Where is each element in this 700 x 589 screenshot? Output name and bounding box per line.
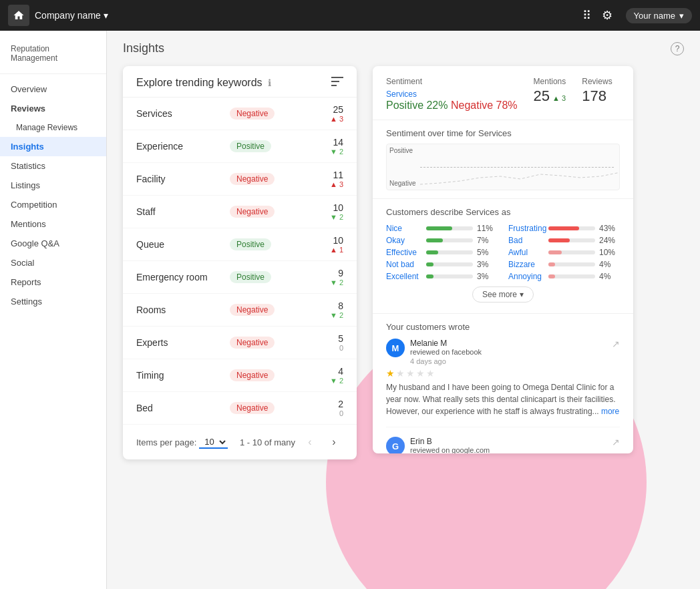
keyword-row-bed[interactable]: Bed Negative 2 0 — [123, 392, 357, 425]
describe-item-okay: Okay 7% — [386, 236, 498, 245]
describe-item-nice: Nice 11% — [386, 224, 498, 233]
describe-item-bad: Bad 24% — [508, 236, 620, 245]
pagination-range: 1 - 10 of many — [240, 437, 295, 447]
describe-item-awful: Awful 10% — [508, 248, 620, 257]
mentions-block: Mentions 25 ▲ 3 — [534, 77, 566, 112]
describe-item-effective: Effective 5% — [386, 248, 498, 257]
sentiment-over-time: Sentiment over time for Services Positiv… — [373, 120, 633, 199]
your-customers-section: Your customers wrote M Melanie M reviewe… — [373, 314, 633, 453]
sidebar-item-manage-reviews[interactable]: Manage Reviews — [0, 118, 106, 137]
keyword-row-staff[interactable]: Staff Negative 10 ▼ 2 — [123, 196, 357, 228]
review-stars-1: ★ ★ ★ ★ ★ — [386, 368, 620, 379]
sidebar-item-settings[interactable]: Settings — [0, 292, 106, 311]
pagination-prev-button[interactable]: ‹ — [301, 433, 319, 451]
sentiment-link[interactable]: Services — [386, 89, 417, 99]
cards-container: Explore trending keywords ℹ Services Neg… — [123, 66, 684, 459]
keywords-card: Explore trending keywords ℹ Services Neg… — [123, 66, 357, 459]
svg-rect-1 — [331, 81, 339, 82]
describe-item-excellent: Excellent 3% — [386, 272, 498, 281]
describe-item-bizzare: Bizzare 4% — [508, 260, 620, 269]
describe-item-not-bad: Not bad 3% — [386, 260, 498, 269]
filter-icon[interactable] — [331, 77, 343, 89]
sidebar: Reputation Management Overview Reviews M… — [0, 31, 107, 589]
keywords-title: Explore trending keywords — [136, 77, 262, 89]
keywords-header: Explore trending keywords ℹ — [123, 66, 357, 97]
main-content: Insights ? Explore trending keywords ℹ — [107, 31, 700, 589]
page-header: Insights ? — [123, 41, 684, 55]
keywords-list: Services Negative 25 ▲ 3 Experience Posi… — [123, 97, 357, 425]
sentiment-header: Sentiment Services Positive 22% Negative… — [373, 66, 633, 120]
reviewer-avatar-1: M — [386, 339, 405, 357]
keyword-row-queue[interactable]: Queue Positive 10 ▲ 1 — [123, 228, 357, 261]
svg-rect-0 — [331, 77, 343, 78]
sentiment-block: Sentiment Services Positive 22% Negative… — [386, 77, 518, 112]
describe-left: Nice 11% Okay 7% Effective — [386, 224, 498, 281]
keyword-row-emergency-room[interactable]: Emergency room Positive 9 ▼ 2 — [123, 261, 357, 294]
sidebar-item-social[interactable]: Social — [0, 253, 106, 272]
keyword-row-facility[interactable]: Facility Negative 11 ▲ 3 — [123, 163, 357, 196]
svg-rect-2 — [331, 85, 337, 86]
external-link-icon-1[interactable]: ↗ — [612, 339, 620, 349]
review-item-2: G Erin B reviewed on google.com 6 days a… — [386, 437, 620, 453]
sidebar-item-reports[interactable]: Reports — [0, 272, 106, 292]
keyword-row-experts[interactable]: Experts Negative 5 0 — [123, 327, 357, 359]
reviewer-info-2: Erin B reviewed on google.com 6 days ago — [410, 437, 606, 453]
customers-describe: Customers describe Services as Nice 11% … — [373, 199, 633, 314]
review-meta-1: M Melanie M reviewed on facebook 4 days … — [386, 339, 620, 365]
review-text-1: My husband and I have been going to Omeg… — [386, 381, 620, 417]
sidebar-item-google-qa[interactable]: Google Q&A — [0, 234, 106, 253]
sidebar-item-overview[interactable]: Overview — [0, 79, 106, 99]
user-menu[interactable]: Your name ▾ — [626, 8, 692, 23]
settings-gear-icon[interactable]: ⚙ — [602, 8, 612, 23]
company-selector[interactable]: Company name ▾ — [35, 10, 108, 21]
keyword-row-rooms[interactable]: Rooms Negative 8 ▼ 2 — [123, 294, 357, 327]
items-per-page-select[interactable]: 10 25 50 — [199, 436, 228, 449]
review-meta-2: G Erin B reviewed on google.com 6 days a… — [386, 437, 620, 453]
describe-item-frustrating: Frustrating 43% — [508, 224, 620, 233]
sidebar-item-mentions[interactable]: Mentions — [0, 214, 106, 234]
describe-right: Frustrating 43% Bad 24% Awful — [508, 224, 620, 281]
app-name: Reputation Management — [0, 39, 106, 74]
keyword-row-experience[interactable]: Experience Positive 14 ▼ 2 — [123, 130, 357, 163]
keyword-row-services[interactable]: Services Negative 25 ▲ 3 — [123, 97, 357, 130]
sidebar-item-competition[interactable]: Competition — [0, 195, 106, 214]
top-navigation: Company name ▾ ⠿ ⚙ Your name ▾ — [0, 0, 700, 31]
chevron-down-icon: ▾ — [520, 290, 524, 299]
main-layout: Reputation Management Overview Reviews M… — [0, 31, 700, 589]
apps-grid-icon[interactable]: ⠿ — [582, 8, 591, 23]
sentiment-chart: Positive Negative — [386, 144, 620, 190]
insights-card: Sentiment Services Positive 22% Negative… — [373, 66, 633, 453]
help-button[interactable]: ? — [671, 42, 684, 55]
reviewer-avatar-2: G — [386, 437, 405, 453]
sidebar-item-reviews[interactable]: Reviews — [0, 99, 106, 118]
page-title: Insights — [123, 41, 164, 55]
review-more-1[interactable]: more — [601, 407, 619, 416]
reviewer-info-1: Melanie M reviewed on facebook 4 days ag… — [410, 339, 606, 365]
describe-grid: Nice 11% Okay 7% Effective — [386, 224, 620, 281]
review-item-1: M Melanie M reviewed on facebook 4 days … — [386, 339, 620, 427]
info-icon[interactable]: ℹ — [268, 77, 271, 88]
reviews-block: Reviews 178 — [582, 77, 612, 112]
keyword-row-timing[interactable]: Timing Negative 4 ▼ 2 — [123, 359, 357, 392]
see-more-button[interactable]: See more ▾ — [472, 286, 534, 303]
see-more-section: See more ▾ — [386, 286, 620, 303]
sidebar-item-statistics[interactable]: Statistics — [0, 156, 106, 176]
items-per-page: Items per page: 10 25 50 — [136, 436, 228, 449]
describe-item-annoying: Annoying 4% — [508, 272, 620, 281]
external-link-icon-2[interactable]: ↗ — [612, 437, 620, 447]
pagination: Items per page: 10 25 50 1 - 10 of many … — [123, 425, 357, 459]
pagination-next-button[interactable]: › — [325, 433, 343, 451]
sidebar-item-insights[interactable]: Insights — [0, 137, 106, 156]
sidebar-item-listings[interactable]: Listings — [0, 176, 106, 195]
home-button[interactable] — [8, 5, 29, 26]
